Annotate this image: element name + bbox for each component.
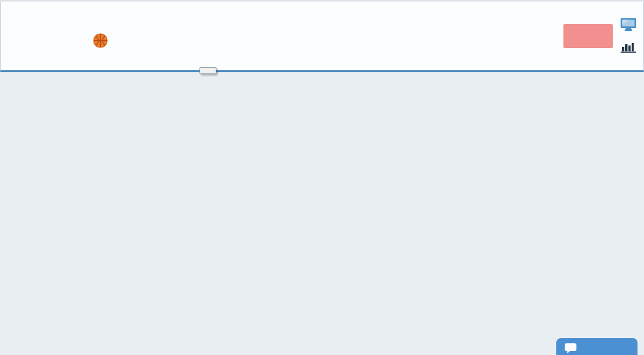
- chat-bubble-icon: [565, 343, 576, 354]
- live-stream-icon[interactable]: [620, 18, 637, 34]
- detail-coefficient-badge: [563, 24, 613, 48]
- consultant-chat-button[interactable]: [556, 338, 638, 355]
- bet-history-list: [0, 0, 644, 355]
- basketball-icon: [93, 33, 108, 51]
- bet-detail-panel: [0, 2, 644, 72]
- league-tooltip: [200, 67, 216, 74]
- statistics-bar-chart-icon[interactable]: [621, 40, 636, 55]
